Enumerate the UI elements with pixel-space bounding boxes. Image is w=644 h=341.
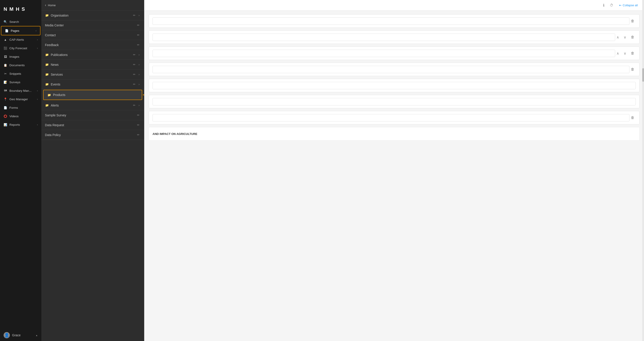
sidebar-item-pages[interactable]: 📄 Pages ‹ <box>1 26 40 35</box>
page-tree-alerts[interactable]: 📁 Alerts ✏ › <box>41 101 144 110</box>
sidebar-item-label: Boundary Man... <box>10 89 35 92</box>
chevron-right-icon[interactable]: › <box>138 13 140 18</box>
page-tree-organisation[interactable]: 📁 Organisation ✏ › <box>41 11 144 20</box>
sidebar-item-label: Forms <box>10 106 38 109</box>
pages-icon: 📄 <box>5 29 8 33</box>
row-input[interactable] <box>152 98 636 105</box>
row-input[interactable] <box>152 66 630 73</box>
delete-button[interactable]: 🗑 <box>630 18 636 24</box>
move-up-button[interactable]: ∧ <box>615 50 620 56</box>
chevron-right-icon[interactable]: › <box>138 103 140 107</box>
row-actions: ∧ ∨ 🗑 <box>615 50 636 56</box>
search-icon: 🔍 <box>4 20 7 24</box>
page-tree-item-actions: ✏ <box>136 113 140 117</box>
back-chevron: ‹ <box>45 3 46 7</box>
chevron-right-icon[interactable]: › <box>138 53 140 57</box>
collapse-all-button[interactable]: ⇤ Collapse all <box>618 3 640 8</box>
content-row-inner <box>152 50 615 57</box>
page-tree-item-actions: ✏ › <box>132 13 140 18</box>
edit-icon[interactable]: ✏ <box>132 13 136 18</box>
row-input[interactable] <box>152 34 615 41</box>
delete-button[interactable]: 🗑 <box>630 50 636 56</box>
page-tree-services[interactable]: 📁 Services ✏ › <box>41 70 144 79</box>
edit-icon[interactable]: ✏ <box>132 53 136 57</box>
move-down-button[interactable]: ∨ <box>622 34 628 40</box>
collapse-icon: ⇤ <box>619 4 622 7</box>
avatar: 👤 <box>4 332 10 338</box>
delete-button[interactable]: 🗑 <box>630 34 636 40</box>
sidebar-item-forms[interactable]: 📄 Forms <box>0 103 41 112</box>
forms-icon: 📄 <box>4 106 7 109</box>
sidebar-item-videos[interactable]: ⭕ Videos <box>0 112 41 120</box>
chevron-right-icon[interactable]: › <box>138 63 140 67</box>
info-button[interactable]: ℹ <box>602 2 606 8</box>
chevron-right-icon[interactable]: › <box>138 82 140 86</box>
geo-manager-chevron: › <box>37 98 38 101</box>
scrollbar-track <box>642 0 644 341</box>
page-tree-item-actions: ✏ <box>136 33 140 37</box>
row-input[interactable] <box>152 82 636 89</box>
delete-button[interactable]: 🗑 <box>630 67 636 72</box>
scrollbar-thumb[interactable] <box>642 68 644 82</box>
page-tree-contact[interactable]: Contact ✏ <box>41 30 144 40</box>
sidebar-item-geo-manager[interactable]: 📍 Geo Manager › <box>0 95 41 103</box>
edit-icon[interactable]: ✏ <box>136 123 140 127</box>
page-tree-events[interactable]: 📁 Events ✏ › <box>41 79 144 89</box>
surveys-icon: 📝 <box>4 80 7 84</box>
page-tree-data-request[interactable]: Data Request ✏ <box>41 120 144 130</box>
sidebar-item-boundary-man[interactable]: 🗺 Boundary Man... › <box>0 86 41 95</box>
row-input[interactable] <box>152 114 630 122</box>
reports-icon: 📊 <box>4 123 7 126</box>
sidebar-item-cap-alerts[interactable]: ▲ CAP Alerts › <box>0 35 41 44</box>
page-tree-item-label: News <box>51 63 130 67</box>
folder-icon: 📁 <box>45 73 49 77</box>
page-tree-item-actions: ✏ <box>136 43 140 47</box>
edit-icon[interactable]: ✏ <box>132 103 136 107</box>
move-down-button[interactable]: ∨ <box>622 50 628 56</box>
chevron-right-icon[interactable]: › <box>138 72 140 77</box>
sidebar-item-images[interactable]: 🖼 Images <box>0 52 41 61</box>
move-up-button[interactable]: ∧ <box>615 34 620 40</box>
sidebar-item-snippets[interactable]: ✂ Snippets <box>0 69 41 78</box>
sidebar-item-search[interactable]: 🔍 Search <box>0 18 41 26</box>
row-input[interactable] <box>152 50 615 57</box>
delete-button[interactable]: 🗑 <box>630 115 636 121</box>
page-tree-item-label: Data Request <box>45 123 134 127</box>
row-input[interactable] <box>152 18 630 25</box>
sidebar-item-label: Snippets <box>10 72 38 75</box>
page-tree-products[interactable]: 📁 Products <box>43 90 142 100</box>
page-tree-sample-survey[interactable]: Sample Survey ✏ <box>41 110 144 120</box>
row-actions: ∧ ∨ 🗑 <box>615 34 636 40</box>
page-tree-news[interactable]: 📁 News ✏ › <box>41 60 144 70</box>
main-header: ℹ ⏱ ⇤ Collapse all <box>144 0 644 11</box>
page-tree-item-actions: ✏ › <box>132 72 140 77</box>
edit-icon[interactable]: ✏ <box>132 63 136 67</box>
page-tree-publications[interactable]: 📁 Publications ✏ › <box>41 50 144 60</box>
sidebar-item-surveys[interactable]: 📝 Surveys <box>0 78 41 86</box>
sidebar-item-reports[interactable]: 📊 Reports › <box>0 120 41 129</box>
edit-icon[interactable]: ✏ <box>132 82 136 86</box>
folder-icon: 📁 <box>45 82 49 86</box>
content-row-inner <box>152 98 636 105</box>
page-tree-item-actions: ✏ › <box>132 82 140 86</box>
edit-icon[interactable]: ✏ <box>136 43 140 47</box>
sidebar-item-documents[interactable]: 📋 Documents <box>0 61 41 69</box>
user-profile[interactable]: 👤 Grace ▲ <box>0 329 41 341</box>
history-button[interactable]: ⏱ <box>608 3 615 8</box>
edit-icon[interactable]: ✏ <box>136 33 140 37</box>
content-row: 🗑 <box>149 63 640 76</box>
sidebar-item-city-forecast[interactable]: ⬛ City Forecast › <box>0 44 41 52</box>
page-tree-data-policy[interactable]: Data Policy ✏ <box>41 130 144 140</box>
edit-icon[interactable]: ✏ <box>136 133 140 137</box>
edit-icon[interactable]: ✏ <box>132 72 136 77</box>
page-tree-media-center[interactable]: Media Center ✏ <box>41 20 144 30</box>
page-tree-back[interactable]: ‹ Home <box>41 0 144 11</box>
edit-icon[interactable]: ✏ <box>136 23 140 27</box>
content-row-inner <box>152 82 636 89</box>
content-row: 🗑 <box>149 14 640 28</box>
content-row-agriculture: AND IMPACT ON AGRICULTURE <box>149 127 640 141</box>
city-forecast-icon: ⬛ <box>4 46 7 50</box>
sidebar-item-label: Geo Manager <box>10 98 35 101</box>
edit-icon[interactable]: ✏ <box>136 113 140 117</box>
page-tree-feedback[interactable]: Feedback ✏ <box>41 40 144 50</box>
